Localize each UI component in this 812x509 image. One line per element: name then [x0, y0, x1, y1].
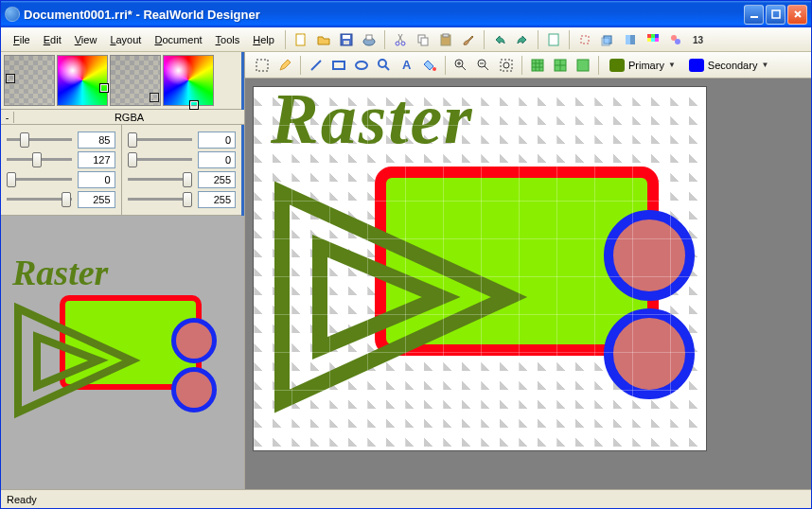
- maximize-button[interactable]: [766, 5, 786, 25]
- preview-circle-1: [171, 318, 217, 363]
- undo-button[interactable]: [489, 29, 510, 50]
- g-input[interactable]: [78, 151, 115, 168]
- secondary-spectrum-swatch[interactable]: [163, 55, 214, 106]
- g-slider[interactable]: [7, 153, 72, 167]
- flip-button[interactable]: [620, 29, 641, 50]
- primary-alpha-swatch[interactable]: [4, 55, 55, 106]
- document-button[interactable]: [543, 29, 564, 50]
- link-button[interactable]: 13: [688, 29, 709, 50]
- rgba-label: RGBA: [14, 112, 244, 123]
- ellipse-tool[interactable]: [351, 55, 372, 76]
- paste-button[interactable]: [435, 29, 456, 50]
- svg-line-38: [462, 66, 466, 70]
- svg-point-36: [432, 67, 436, 71]
- grid1-button[interactable]: [527, 55, 548, 76]
- svg-rect-7: [366, 35, 372, 40]
- line-tool[interactable]: [306, 55, 327, 76]
- select-tool[interactable]: [252, 55, 273, 76]
- primary-label: Primary: [628, 60, 664, 71]
- g2-slider[interactable]: [128, 153, 193, 167]
- secondary-color-dropdown[interactable]: Secondary ▼: [682, 56, 776, 75]
- cut-button[interactable]: [390, 29, 411, 50]
- b-slider[interactable]: [7, 173, 72, 186]
- b2-slider[interactable]: [128, 173, 193, 186]
- preview-circle-2: [171, 367, 217, 412]
- colors-button[interactable]: [643, 29, 663, 50]
- menu-document[interactable]: Document: [148, 31, 208, 48]
- rotate-button[interactable]: [597, 29, 618, 50]
- open-button[interactable]: [313, 29, 334, 50]
- print-button[interactable]: [359, 29, 380, 50]
- r-input[interactable]: [78, 132, 115, 149]
- redo-button[interactable]: [512, 29, 533, 50]
- svg-rect-43: [532, 60, 543, 71]
- menu-layout[interactable]: Layout: [103, 31, 148, 48]
- app-icon: [5, 7, 20, 22]
- primary-spectrum-swatch[interactable]: [57, 55, 108, 106]
- svg-point-32: [356, 61, 367, 69]
- svg-point-8: [396, 42, 399, 45]
- zoom-in-button[interactable]: [450, 55, 471, 76]
- rect-tool[interactable]: [328, 55, 349, 76]
- menu-file[interactable]: File: [7, 31, 37, 48]
- save-button[interactable]: [336, 29, 357, 50]
- menu-edit[interactable]: Edit: [37, 31, 68, 48]
- content-area: - RGBA: [1, 52, 811, 489]
- menu-view[interactable]: View: [68, 31, 104, 48]
- statusbar: Ready: [1, 489, 811, 508]
- svg-line-40: [485, 66, 488, 70]
- b-input[interactable]: [78, 171, 115, 188]
- svg-rect-17: [602, 38, 609, 45]
- b2-input[interactable]: [198, 171, 236, 188]
- a2-input[interactable]: [198, 191, 236, 208]
- r2-slider[interactable]: [128, 133, 193, 147]
- svg-point-33: [379, 60, 386, 67]
- copy-button[interactable]: [413, 29, 433, 50]
- canvas-viewport[interactable]: Raster: [245, 79, 811, 489]
- magnify-tool[interactable]: [374, 55, 395, 76]
- separator: [484, 30, 485, 49]
- new-button[interactable]: [291, 29, 311, 50]
- status-text: Ready: [7, 494, 37, 505]
- separator: [285, 30, 286, 49]
- svg-line-30: [311, 61, 321, 70]
- menu-help[interactable]: Help: [246, 31, 281, 48]
- svg-rect-13: [443, 34, 449, 37]
- grid3-button[interactable]: [573, 55, 593, 76]
- menu-tools[interactable]: Tools: [209, 31, 247, 48]
- canvas[interactable]: Raster: [253, 86, 707, 451]
- menubar: File Edit View Layout Document Tools Hel…: [1, 27, 811, 52]
- doc-icon: [546, 32, 561, 47]
- zoom-out-button[interactable]: [473, 55, 494, 76]
- rgba-header: - RGBA: [1, 110, 244, 125]
- r-slider[interactable]: [7, 133, 72, 147]
- secondary-alpha-swatch[interactable]: [110, 55, 161, 106]
- color-icon: [645, 32, 661, 47]
- ellipse-tool-icon: [354, 58, 369, 73]
- separator: [445, 56, 446, 75]
- brush-button[interactable]: [458, 29, 479, 50]
- panel-grip[interactable]: [241, 125, 244, 216]
- fill-tool[interactable]: [419, 55, 440, 76]
- r2-input[interactable]: [198, 132, 236, 149]
- a-slider[interactable]: [7, 193, 72, 206]
- pencil-tool[interactable]: [274, 55, 295, 76]
- a-input[interactable]: [78, 191, 115, 208]
- text-tool[interactable]: A: [397, 55, 417, 76]
- window-controls: [744, 5, 807, 25]
- primary-color-dropdown[interactable]: Primary ▼: [603, 56, 682, 75]
- grid2-button[interactable]: [550, 55, 571, 76]
- svg-point-27: [675, 39, 680, 44]
- minimize-button[interactable]: [744, 5, 764, 25]
- zoom-fit-button[interactable]: [496, 55, 517, 76]
- new-icon: [293, 32, 309, 47]
- crop-button[interactable]: [574, 29, 595, 50]
- collapse-button[interactable]: -: [1, 112, 14, 123]
- panel-grip[interactable]: [241, 52, 244, 110]
- g2-input[interactable]: [198, 151, 236, 168]
- preview-triangle: [9, 299, 141, 422]
- close-button[interactable]: [787, 5, 807, 25]
- tool-row: A Primary ▼ Secondary: [245, 52, 811, 79]
- a2-slider[interactable]: [128, 193, 193, 206]
- eyedrop-button[interactable]: [665, 29, 686, 50]
